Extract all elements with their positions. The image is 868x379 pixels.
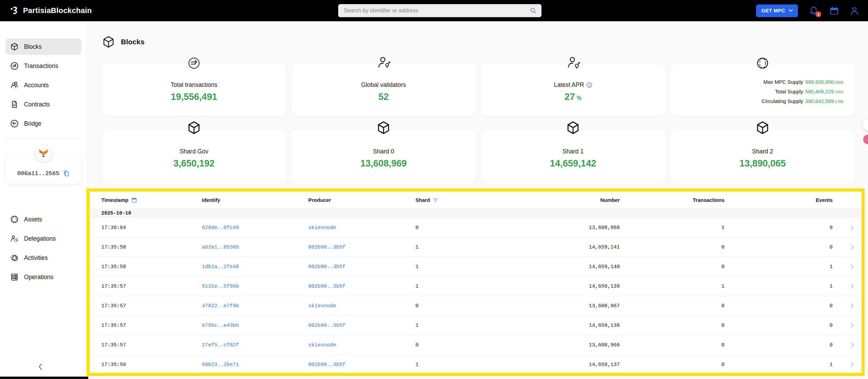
row-chevron-icon[interactable] xyxy=(841,225,855,230)
cell-number: 14,659,138 xyxy=(518,323,620,329)
apr-unit: % xyxy=(576,95,581,101)
cell-producer-link[interactable]: skiesnode xyxy=(308,303,415,309)
row-chevron-icon[interactable] xyxy=(841,264,855,269)
cell-producer-link[interactable]: 002b90..3b5f xyxy=(308,323,415,329)
sidebar-item-label: Assets xyxy=(24,216,42,223)
cell-number: 13,608,968 xyxy=(518,225,620,231)
cell-producer-link[interactable]: 002b90..3b5f xyxy=(308,362,415,368)
cell-timestamp: 17:35:58 xyxy=(101,244,202,250)
sidebar-main-nav: Blocks Transactions Accounts xyxy=(0,21,87,132)
column-label: Shard xyxy=(415,197,430,203)
row-chevron-icon[interactable] xyxy=(841,362,855,367)
cell-identify-link[interactable]: 628de..0fc48 xyxy=(202,225,308,231)
table-row[interactable]: 17:36:04 628de..0fc48 skiesnode 0 13,608… xyxy=(90,218,863,238)
sidebar-item-delegations[interactable]: Delegations xyxy=(5,230,81,247)
calendar-filter-icon[interactable] xyxy=(131,197,137,203)
cell-identify-link[interactable]: 5131e..5f96b xyxy=(202,284,308,289)
sidebar-item-label: Activities xyxy=(24,254,48,262)
sidebar-account-nav: Assets Delegations Activities xyxy=(0,194,87,285)
column-label: Timestamp xyxy=(101,197,128,203)
bridge-icon xyxy=(10,119,19,128)
cell-transactions: 0 xyxy=(620,264,724,270)
column-header-shard[interactable]: Shard xyxy=(415,197,518,203)
cell-number: 13,608,966 xyxy=(518,342,620,348)
main-content: Blocks Total transactions 19,556,491 xyxy=(87,21,868,379)
sidebar-item-label: Blocks xyxy=(24,43,42,50)
coin-icon xyxy=(10,215,19,224)
search-input[interactable] xyxy=(343,7,530,14)
cell-transactions: 0 xyxy=(620,362,724,368)
shard-cards-row: Shard Gov 3,650,192 Shard 0 13,608,969 S… xyxy=(102,129,855,184)
copy-address-icon[interactable] xyxy=(63,170,70,177)
sidebar-item-contracts[interactable]: Contracts xyxy=(5,96,81,113)
search-bar[interactable] xyxy=(338,4,541,17)
column-label: Identify xyxy=(202,197,220,203)
date-group-row: 2025-10-10 xyxy=(90,208,863,218)
table-row[interactable]: 17:35:58 a62e1..8536b 002b90..3b5f 1 14,… xyxy=(90,238,863,257)
calendar-button[interactable] xyxy=(830,6,839,15)
cell-producer-link[interactable]: 002b90..3b5f xyxy=(308,284,415,289)
table-row[interactable]: 17:35:57 6795c..e43bb 002b90..3b5f 1 14,… xyxy=(90,316,863,335)
cell-identify-link[interactable]: 6795c..e43bb xyxy=(202,323,308,329)
row-chevron-icon[interactable] xyxy=(841,284,855,289)
cell-identify-link[interactable]: 60b23..2be71 xyxy=(202,362,308,368)
cell-identify-link[interactable]: 27ef5..cf82f xyxy=(202,342,308,348)
column-label: Producer xyxy=(308,197,331,203)
filter-icon[interactable] xyxy=(433,198,438,202)
column-header-transactions: Transactions xyxy=(620,197,724,203)
table-row[interactable]: 17:35:56 60b23..2be71 002b90..3b5f 1 14,… xyxy=(90,355,863,375)
cell-events: 0 xyxy=(724,225,833,231)
blocks-table: Timestamp Identify Producer Shard xyxy=(90,191,863,375)
cell-number: 14,659,139 xyxy=(518,284,620,289)
row-chevron-icon[interactable] xyxy=(841,323,855,328)
shard-label: Shard 2 xyxy=(752,148,773,155)
sidebar-item-bridge[interactable]: Bridge xyxy=(5,115,81,132)
coins-stack-icon xyxy=(10,253,19,262)
row-chevron-icon[interactable] xyxy=(841,303,855,309)
row-chevron-icon[interactable] xyxy=(841,342,855,348)
cell-producer-link[interactable]: 002b90..3b5f xyxy=(308,244,415,250)
table-row[interactable]: 17:35:57 5131e..5f96b 002b90..3b5f 1 14,… xyxy=(90,277,863,296)
table-row[interactable]: 17:35:57 27ef5..cf82f skiesnode 0 13,608… xyxy=(90,335,863,355)
table-row[interactable]: 17:35:58 1db1a..2fe48 002b90..3b5f 1 14,… xyxy=(90,257,863,277)
notifications-button[interactable]: 1 xyxy=(809,5,819,16)
cell-shard: 1 xyxy=(415,362,518,368)
cell-timestamp: 17:35:57 xyxy=(101,284,202,289)
shard-cube-icon xyxy=(376,120,391,135)
cell-transactions: 1 xyxy=(620,225,724,231)
table-row[interactable]: 17:35:57 47822..e7f9b skiesnode 0 13,608… xyxy=(90,296,863,316)
column-header-timestamp[interactable]: Timestamp xyxy=(101,197,202,203)
cell-identify-link[interactable]: 1db1a..2fe48 xyxy=(202,264,308,270)
info-icon[interactable] xyxy=(586,82,592,88)
get-mpc-button[interactable]: GET MPC xyxy=(756,4,798,17)
supply-value: 580,406,229 xyxy=(805,89,834,94)
global-validators-card: Global validators 52 xyxy=(291,64,476,116)
sidebar-collapse-button[interactable] xyxy=(37,363,44,371)
cell-identify-link[interactable]: 47822..e7f9b xyxy=(202,303,308,309)
sidebar-item-accounts[interactable]: Accounts xyxy=(5,77,81,93)
account-button[interactable] xyxy=(850,6,859,15)
cell-number: 13,608,967 xyxy=(518,303,620,309)
validators-icon xyxy=(375,55,392,71)
sidebar-item-operations[interactable]: Operations xyxy=(5,269,81,285)
cell-producer-link[interactable]: skiesnode xyxy=(308,342,415,348)
cell-identify-link[interactable]: a62e1..8536b xyxy=(202,244,308,250)
sidebar-item-assets[interactable]: Assets xyxy=(5,211,81,228)
sidebar-item-transactions[interactable]: Transactions xyxy=(5,58,81,74)
metamask-fox-icon xyxy=(38,149,49,158)
apr-value: 27 xyxy=(564,92,575,102)
cell-producer-link[interactable]: skiesnode xyxy=(308,225,415,231)
sidebar-item-activities[interactable]: Activities xyxy=(5,250,81,266)
row-chevron-icon[interactable] xyxy=(841,244,855,250)
supply-row: Max MPC Supply999,935,000.0000 xyxy=(763,79,843,86)
cell-number: 14,659,141 xyxy=(518,244,620,250)
stat-label: Total transactions xyxy=(171,81,217,89)
brand-logo[interactable]: PartisiaBlockchain xyxy=(10,0,92,21)
cell-producer-link[interactable]: 002b90..3b5f xyxy=(308,264,415,270)
sidebar-item-blocks[interactable]: Blocks xyxy=(5,38,81,55)
stat-value: 19,556,491 xyxy=(171,92,217,102)
person-icon xyxy=(850,6,859,15)
calendar-icon xyxy=(830,6,839,15)
supply-label: Max MPC Supply xyxy=(763,79,803,85)
search-icon[interactable] xyxy=(530,8,537,14)
